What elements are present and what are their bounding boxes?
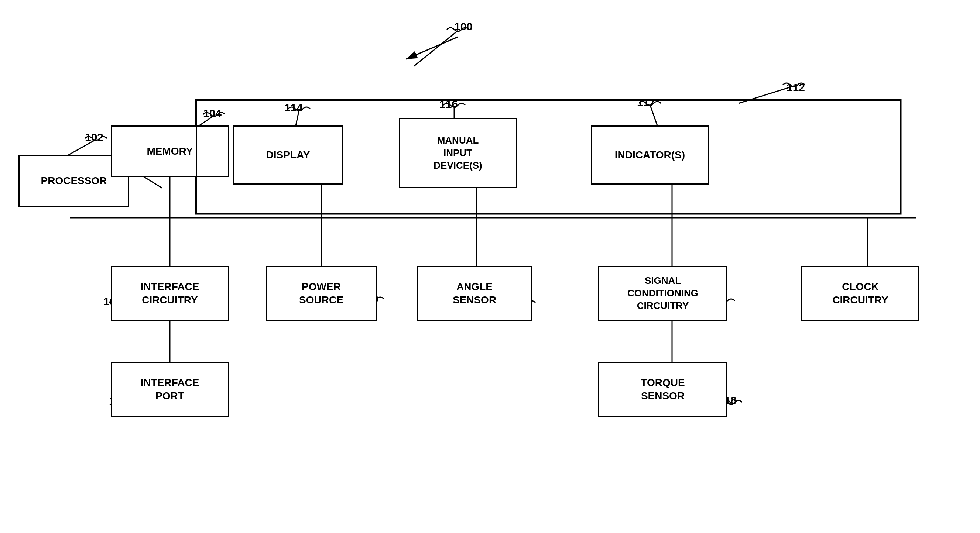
clock-circuitry-box: CLOCKCIRCUITRY (801, 266, 920, 321)
svg-line-16 (414, 31, 458, 67)
signal-conditioning-box: SIGNALCONDITIONINGCIRCUITRY (598, 266, 727, 321)
angle-sensor-box: ANGLESENSOR (417, 266, 532, 321)
clock-circuitry-label: CLOCKCIRCUITRY (832, 280, 888, 307)
interface-circuitry-box: INTERFACECIRCUITRY (111, 266, 229, 321)
torque-sensor-box: TORQUESENSOR (598, 362, 727, 417)
signal-conditioning-label: SIGNALCONDITIONINGCIRCUITRY (627, 274, 698, 312)
ref-102: 102 (85, 131, 103, 144)
power-source-box: POWERSOURCE (266, 266, 377, 321)
interface-port-box: INTERFACEPORT (111, 362, 229, 417)
display-box: DISPLAY (232, 125, 344, 184)
ref-100: 100 (454, 20, 473, 33)
angle-sensor-label: ANGLESENSOR (453, 280, 496, 307)
diagram: 100 112 102 110 104 106 108 114 116 117 … (0, 0, 980, 533)
indicators-label: INDICATOR(S) (615, 148, 685, 162)
manual-input-box: MANUALINPUTDEVICE(S) (399, 118, 517, 188)
svg-line-14 (406, 37, 458, 59)
interface-port-label: INTERFACEPORT (141, 376, 199, 403)
memory-label: MEMORY (147, 145, 193, 158)
interface-circuitry-label: INTERFACECIRCUITRY (141, 280, 199, 307)
processor-label: PROCESSOR (41, 174, 107, 187)
manual-input-label: MANUALINPUTDEVICE(S) (433, 134, 482, 171)
ref-112: 112 (786, 81, 805, 94)
display-label: DISPLAY (266, 148, 310, 162)
torque-sensor-label: TORQUESENSOR (641, 376, 685, 403)
power-source-label: POWERSOURCE (299, 280, 344, 307)
indicators-box: INDICATOR(S) (591, 125, 709, 184)
